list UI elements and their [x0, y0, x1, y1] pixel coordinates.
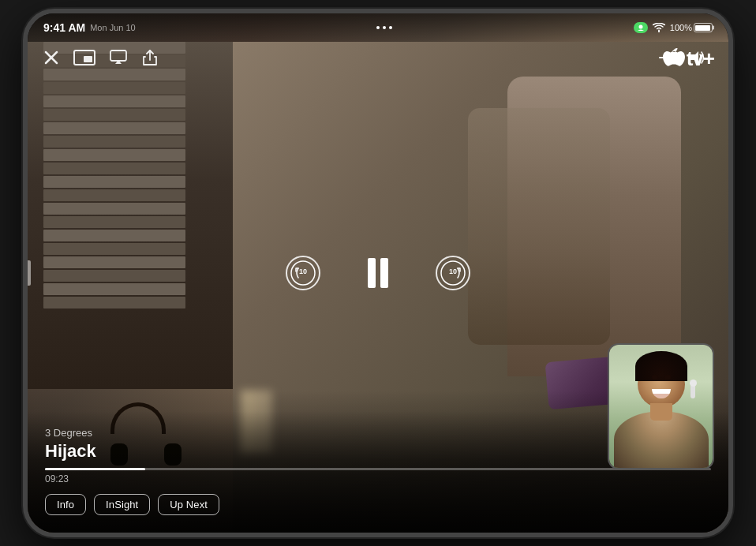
top-left-controls: [43, 49, 159, 66]
timestamp-label: 09:23: [45, 473, 711, 484]
facetime-pip[interactable]: [608, 343, 714, 469]
battery-percent: 100%: [670, 23, 692, 32]
progress-bar-fill: [45, 468, 145, 470]
device-frame: 9:41 AM Mon Jun 10: [23, 9, 733, 537]
appletv-logo: tv+: [663, 47, 714, 71]
pip-button[interactable]: [73, 50, 95, 65]
svg-rect-3: [110, 50, 126, 61]
progress-bar-container[interactable]: [45, 468, 711, 470]
info-button[interactable]: Info: [45, 494, 86, 515]
pause-button[interactable]: [368, 258, 388, 288]
up-next-button[interactable]: Up Next: [158, 494, 219, 515]
share-button[interactable]: [141, 49, 159, 66]
facetime-person-video: [609, 345, 713, 468]
playback-controls: 10 10: [286, 256, 470, 290]
battery-indicator: 100%: [670, 23, 713, 32]
status-center-dots: [376, 26, 392, 29]
svg-point-0: [638, 25, 642, 29]
apple-logo-icon: [663, 48, 685, 70]
sidebar-edge-indicator[interactable]: [28, 260, 31, 286]
close-button[interactable]: [43, 50, 59, 65]
skip-back-button[interactable]: 10: [286, 256, 320, 290]
svg-text:10: 10: [449, 267, 457, 275]
svg-text:10: 10: [299, 267, 307, 275]
status-right: 100%: [634, 22, 713, 33]
status-time: 9:41 AM: [43, 21, 85, 34]
charge-icon: [634, 22, 648, 33]
action-buttons: Info InSight Up Next: [45, 494, 711, 515]
wifi-icon: [653, 23, 665, 32]
status-bar: 9:41 AM Mon Jun 10: [28, 13, 728, 42]
status-date: Mon Jun 10: [90, 23, 135, 32]
airplay-button[interactable]: [110, 50, 127, 65]
top-controls: [28, 49, 728, 66]
appletv-text: tv+: [687, 47, 714, 71]
insight-button[interactable]: InSight: [94, 494, 150, 515]
skip-forward-button[interactable]: 10: [436, 256, 470, 290]
